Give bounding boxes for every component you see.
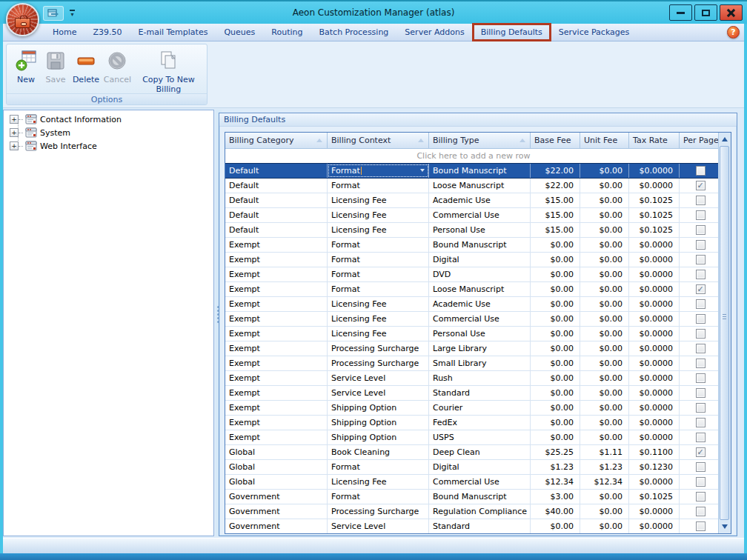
cell-type[interactable]: USPS [429, 430, 531, 444]
cell-base_fee[interactable]: $0.00 [531, 253, 580, 267]
cell-base_fee[interactable]: $0.00 [531, 297, 580, 311]
column-header-billing-context[interactable]: Billing Context [328, 133, 429, 149]
cell-category[interactable]: Government [225, 490, 328, 504]
cell-unit_fee[interactable]: $0.00 [580, 356, 629, 370]
cell-per_page[interactable] [680, 208, 722, 222]
cell-type[interactable]: Bound Manuscript [429, 238, 531, 252]
scroll-up-button[interactable] [719, 133, 731, 145]
cell-unit_fee[interactable]: $0.00 [580, 401, 629, 415]
cell-unit_fee[interactable]: $0.00 [580, 297, 629, 311]
cell-tax_rate[interactable]: $0.0000 [629, 164, 680, 178]
expand-plus-icon[interactable]: + [10, 141, 19, 150]
cell-category[interactable]: Exempt [225, 282, 328, 296]
sidebar-item-web-interface[interactable]: +Web Interface [4, 139, 213, 153]
cell-tax_rate[interactable]: $0.0000 [629, 401, 680, 415]
per-page-checkbox[interactable] [696, 373, 706, 383]
table-row[interactable]: ExemptService LevelStandard$0.00$0.00$0.… [225, 386, 731, 401]
tab-batch-processing[interactable]: Batch Processing [311, 24, 397, 41]
cell-context[interactable]: Format [328, 238, 429, 252]
table-row[interactable]: ExemptService LevelRush$0.00$0.00$0.0000 [225, 371, 731, 386]
per-page-checkbox[interactable] [696, 344, 706, 353]
per-page-checkbox[interactable] [696, 507, 706, 516]
cell-base_fee[interactable]: $0.00 [531, 327, 580, 341]
cell-context[interactable]: Licensing Fee [328, 475, 429, 489]
cell-category[interactable]: Exempt [225, 401, 328, 415]
cell-per_page[interactable] [680, 416, 722, 430]
cell-tax_rate[interactable]: $0.0000 [629, 475, 680, 489]
maximize-button[interactable] [694, 4, 717, 21]
cell-type[interactable]: FedEx [429, 416, 531, 430]
cell-per_page[interactable]: ✓ [680, 282, 722, 296]
cell-type[interactable]: Regulation Compliance [429, 504, 531, 519]
column-header-per-page[interactable]: Per Page [680, 133, 722, 149]
scrollbar-thumb[interactable] [720, 146, 729, 520]
per-page-checkbox[interactable] [696, 462, 706, 472]
cell-unit_fee[interactable]: $0.00 [580, 519, 629, 533]
per-page-checkbox[interactable] [696, 388, 706, 398]
cell-per_page[interactable]: ✓ [680, 179, 722, 193]
cell-context[interactable]: Format [328, 282, 429, 296]
cell-per_page[interactable] [680, 193, 722, 207]
cell-unit_fee[interactable]: $0.00 [580, 430, 629, 444]
cell-tax_rate[interactable]: $0.0000 [629, 238, 680, 252]
add-new-row[interactable]: Click here to add a new row [225, 149, 722, 164]
cell-per_page[interactable] [680, 401, 722, 415]
table-row[interactable]: DefaultLicensing FeeCommercial Use$15.00… [225, 208, 731, 223]
table-row[interactable]: GlobalLicensing FeeCommercial Use$12.34$… [225, 475, 731, 490]
cell-unit_fee[interactable]: $0.00 [580, 267, 629, 281]
tab-routing[interactable]: Routing [263, 24, 311, 41]
cell-per_page[interactable] [680, 341, 722, 356]
cell-base_fee[interactable]: $22.00 [531, 164, 580, 178]
cell-tax_rate[interactable]: $0.0000 [629, 297, 680, 311]
minimize-button[interactable] [669, 4, 692, 21]
cell-type[interactable]: Standard [429, 519, 531, 533]
cell-base_fee[interactable]: $25.25 [531, 445, 580, 459]
table-row[interactable]: GlobalFormatDigital$1.23$1.23$0.1230 [225, 460, 731, 475]
per-page-checkbox[interactable] [696, 403, 706, 413]
cell-context[interactable]: Format [328, 460, 429, 474]
tab-service-packages[interactable]: Service Packages [551, 24, 637, 41]
cell-type[interactable]: Rush [429, 371, 531, 385]
cell-tax_rate[interactable]: $0.1025 [629, 193, 680, 207]
cell-tax_rate[interactable]: $0.0000 [629, 327, 680, 341]
per-page-checkbox[interactable] [696, 196, 706, 205]
per-page-checkbox[interactable] [696, 314, 706, 324]
per-page-checkbox[interactable] [696, 418, 706, 427]
cell-base_fee[interactable]: $0.00 [531, 401, 580, 415]
table-row[interactable]: ExemptProcessing SurchargeLarge Library$… [225, 341, 731, 356]
cell-type[interactable]: DVD [429, 267, 531, 281]
expand-plus-icon[interactable]: + [10, 115, 19, 124]
table-row[interactable]: ExemptLicensing FeeCommercial Use$0.00$0… [225, 312, 731, 327]
billing-context-combo-editor[interactable]: Format [328, 164, 429, 178]
cell-base_fee[interactable]: $1.23 [531, 460, 580, 474]
cell-context[interactable]: Licensing Fee [328, 208, 429, 222]
cell-unit_fee[interactable]: $0.00 [580, 504, 629, 519]
per-page-checkbox[interactable]: ✓ [696, 284, 706, 294]
qat-customize-chevron-icon[interactable]: ▾ [70, 10, 75, 18]
cell-context[interactable]: Licensing Fee [328, 312, 429, 326]
cell-unit_fee[interactable]: $0.00 [580, 416, 629, 430]
cell-tax_rate[interactable]: $0.1100 [629, 445, 680, 459]
cell-type[interactable]: Digital [429, 253, 531, 267]
cell-context[interactable]: Service Level [328, 386, 429, 400]
cell-per_page[interactable] [680, 223, 722, 237]
table-row[interactable]: DefaultFormatBound Manuscript$22.00$0.00… [225, 163, 731, 179]
cell-unit_fee[interactable]: $0.00 [580, 238, 629, 252]
cell-category[interactable]: Exempt [225, 416, 328, 430]
cell-category[interactable]: Global [225, 460, 328, 474]
cell-base_fee[interactable]: $12.34 [531, 475, 580, 489]
cell-per_page[interactable] [680, 519, 722, 533]
cell-per_page[interactable] [680, 490, 722, 504]
per-page-checkbox[interactable] [696, 225, 706, 235]
table-row[interactable]: ExemptShipping OptionFedEx$0.00$0.00$0.0… [225, 416, 731, 430]
cell-type[interactable]: Academic Use [429, 297, 531, 311]
cell-type[interactable]: Deep Clean [429, 445, 531, 459]
cell-category[interactable]: Exempt [225, 371, 328, 385]
cell-unit_fee[interactable]: $0.00 [580, 179, 629, 193]
help-icon[interactable]: ? [727, 26, 740, 39]
cell-tax_rate[interactable]: $0.1025 [629, 223, 680, 237]
cell-base_fee[interactable]: $40.00 [531, 504, 580, 519]
cell-context[interactable]: Shipping Option [328, 416, 429, 430]
cell-tax_rate[interactable]: $0.0000 [629, 430, 680, 444]
cell-category[interactable]: Exempt [225, 386, 328, 400]
